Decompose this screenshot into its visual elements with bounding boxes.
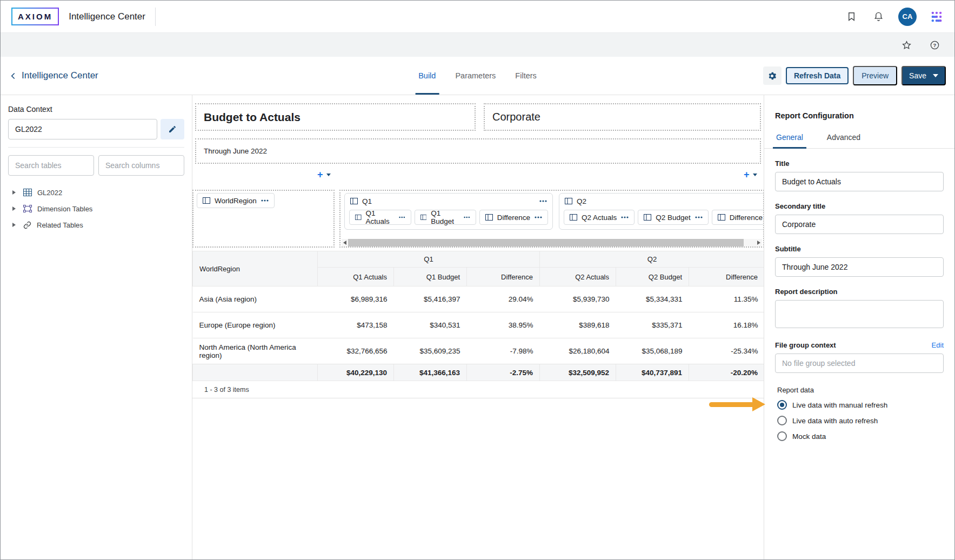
horizontal-scrollbar[interactable] bbox=[342, 239, 762, 246]
file-group-context-label: File group context bbox=[775, 341, 836, 349]
title-field[interactable] bbox=[775, 172, 944, 191]
help-icon[interactable]: ? bbox=[927, 38, 941, 52]
column-groups-zone: Q1 Q1 Actuals Q1 Budget bbox=[339, 190, 764, 248]
settings-gear-button[interactable] bbox=[763, 66, 782, 85]
search-columns-input[interactable] bbox=[98, 155, 184, 176]
notifications-bell-icon[interactable] bbox=[871, 10, 885, 24]
radio-live-auto-refresh[interactable]: Live data with auto refresh bbox=[777, 416, 944, 425]
table-column-header: Q2 Actuals bbox=[540, 268, 616, 286]
report-description-field[interactable] bbox=[775, 300, 944, 328]
gear-icon bbox=[767, 71, 777, 81]
tree-item-related-tables[interactable]: Related Tables bbox=[8, 217, 184, 233]
table-column-header: Difference bbox=[467, 268, 540, 286]
total-value: $32,509,952 bbox=[540, 364, 616, 381]
subtitle-field-label: Subtitle bbox=[775, 245, 944, 253]
radio-unselected-icon[interactable] bbox=[777, 431, 787, 441]
axiom-logo[interactable]: AXIOM bbox=[11, 8, 59, 25]
save-button[interactable]: Save bbox=[901, 66, 946, 85]
secondary-title-field-label: Secondary title bbox=[775, 202, 944, 210]
edit-data-context-button[interactable] bbox=[161, 119, 184, 139]
menu-dots-icon[interactable] bbox=[621, 216, 629, 218]
radio-mock-data[interactable]: Mock data bbox=[777, 431, 944, 441]
column-icon bbox=[485, 214, 493, 221]
secondary-title-field[interactable] bbox=[775, 215, 944, 234]
tab-build[interactable]: Build bbox=[417, 57, 437, 95]
radio-selected-icon[interactable] bbox=[777, 400, 787, 410]
tab-parameters[interactable]: Parameters bbox=[454, 57, 497, 95]
add-column-group-button[interactable]: + bbox=[744, 170, 757, 179]
column-group-header[interactable]: Q1 bbox=[345, 194, 552, 209]
report-secondary-title-block[interactable]: Corporate bbox=[484, 103, 761, 131]
plus-icon: + bbox=[317, 170, 323, 179]
data-context-input[interactable] bbox=[8, 119, 157, 139]
search-tables-input[interactable] bbox=[8, 155, 94, 176]
add-row-group-button[interactable]: + bbox=[317, 170, 331, 179]
tree-item-gl2022[interactable]: GL2022 bbox=[8, 184, 184, 201]
table-row: North America (North America region) $32… bbox=[193, 338, 764, 364]
data-context-sidebar: Data Context GL2022 bbox=[1, 95, 192, 559]
caret-right-icon[interactable] bbox=[12, 223, 16, 227]
save-dropdown-caret-icon[interactable] bbox=[933, 74, 938, 77]
file-group-context-field[interactable] bbox=[775, 354, 944, 373]
menu-dots-icon[interactable] bbox=[261, 199, 269, 202]
back-link[interactable]: Intelligence Center bbox=[9, 70, 98, 81]
chip-q2-budget[interactable]: Q2 Budget bbox=[638, 210, 709, 225]
scrollbar-thumb[interactable] bbox=[348, 239, 744, 246]
chip-label: Q1 Budget bbox=[431, 209, 459, 225]
table-column-header: Q2 Budget bbox=[616, 268, 689, 286]
row-label: Europe (Europe region) bbox=[193, 312, 318, 338]
scroll-right-arrow-icon[interactable] bbox=[757, 241, 760, 245]
avatar[interactable]: CA bbox=[898, 8, 917, 26]
tables-tree: GL2022 Dimension Tables Related Tables bbox=[8, 184, 184, 233]
chip-worldregion[interactable]: WorldRegion bbox=[197, 193, 275, 208]
config-tabs: General Advanced bbox=[764, 129, 954, 149]
caret-right-icon[interactable] bbox=[12, 190, 16, 195]
tab-filters[interactable]: Filters bbox=[514, 57, 537, 95]
builder-tabs: Build Parameters Filters bbox=[417, 57, 538, 95]
menu-dots-icon[interactable] bbox=[695, 216, 703, 218]
column-group-header[interactable]: Q2 bbox=[559, 194, 764, 209]
subtitle-field[interactable] bbox=[775, 257, 944, 277]
bookmark-icon[interactable] bbox=[844, 10, 858, 24]
file-group-edit-link[interactable]: Edit bbox=[932, 341, 944, 349]
total-value: $40,737,891 bbox=[616, 364, 689, 381]
radio-label: Live data with manual refresh bbox=[792, 401, 887, 409]
radio-live-manual-refresh[interactable]: Live data with manual refresh bbox=[777, 400, 944, 410]
save-button-label: Save bbox=[909, 71, 926, 80]
refresh-data-button[interactable]: Refresh Data bbox=[786, 67, 849, 84]
table-column-header: Q1 Budget bbox=[394, 268, 467, 286]
report-title-block[interactable]: Budget to Actuals bbox=[195, 103, 476, 131]
caret-right-icon[interactable] bbox=[12, 206, 16, 211]
tab-advanced[interactable]: Advanced bbox=[826, 129, 861, 148]
menu-dots-icon[interactable] bbox=[535, 216, 542, 218]
report-table: WorldRegion Q1 Q2 Q1 Actuals Q1 Budget D… bbox=[192, 251, 764, 398]
apps-grid-icon[interactable] bbox=[930, 10, 944, 24]
chip-q1-actuals[interactable]: Q1 Actuals bbox=[349, 210, 411, 225]
cell-value: $5,939,730 bbox=[540, 286, 616, 312]
chip-q1-budget[interactable]: Q1 Budget bbox=[415, 210, 476, 225]
column-group-q2[interactable]: Q2 Q2 Actuals Q2 Budget bbox=[559, 193, 764, 230]
radio-unselected-icon[interactable] bbox=[777, 416, 787, 425]
title-field-label: Title bbox=[775, 159, 944, 168]
column-icon bbox=[355, 214, 362, 221]
table-row-header: WorldRegion bbox=[193, 251, 318, 286]
column-group-q1[interactable]: Q1 Q1 Actuals Q1 Budget bbox=[344, 193, 553, 230]
menu-dots-icon[interactable] bbox=[464, 216, 470, 218]
toolbar-actions: Refresh Data Preview Save bbox=[763, 66, 946, 85]
column-icon bbox=[565, 198, 572, 204]
top-bar: AXIOM Intelligence Center CA bbox=[1, 1, 954, 33]
tab-general[interactable]: General bbox=[775, 129, 804, 148]
table-column-header: Difference bbox=[689, 268, 764, 286]
menu-dots-icon[interactable] bbox=[539, 200, 547, 202]
scroll-left-arrow-icon[interactable] bbox=[343, 241, 346, 245]
menu-dots-icon[interactable] bbox=[399, 216, 405, 218]
tree-item-dimension-tables[interactable]: Dimension Tables bbox=[8, 201, 184, 217]
chip-q2-difference[interactable]: Difference bbox=[712, 210, 764, 225]
cell-value: -7.98% bbox=[467, 338, 540, 364]
table-column-header: Q1 Actuals bbox=[318, 268, 394, 286]
chip-q1-difference[interactable]: Difference bbox=[479, 210, 548, 225]
preview-button[interactable]: Preview bbox=[853, 66, 897, 85]
chip-q2-actuals[interactable]: Q2 Actuals bbox=[564, 210, 635, 225]
favorite-star-icon[interactable] bbox=[899, 38, 913, 52]
report-subtitle-block[interactable]: Through June 2022 bbox=[195, 138, 761, 164]
